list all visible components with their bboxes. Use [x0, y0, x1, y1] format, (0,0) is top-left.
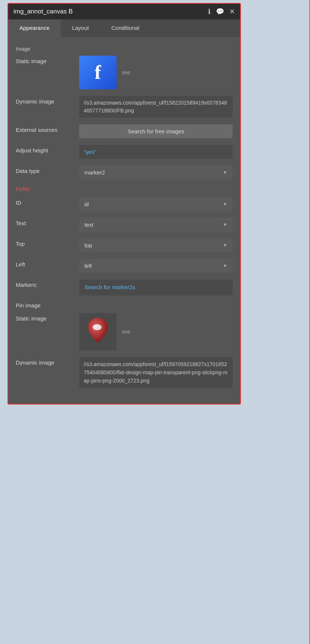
map-pin-svg: [85, 317, 111, 347]
top-row: Top top ▼: [16, 238, 233, 252]
markers-row: Markers: Search for marker2s: [16, 279, 233, 295]
adjust-height-value: "yes": [79, 145, 233, 159]
tabs-row: Appearance Layout Conditional: [8, 19, 240, 37]
close-icon[interactable]: ✕: [229, 7, 235, 16]
tab-layout[interactable]: Layout: [61, 19, 100, 37]
text-label: Text: [16, 218, 79, 226]
pin-static-image-value: see: [79, 313, 233, 350]
left-arrow: ▼: [223, 263, 227, 269]
pin-dynamic-image-box[interactable]: //s3.amazonaws.com/appforest_uf/f1597059…: [79, 357, 233, 388]
data-type-row: Data type marker2 ▼: [16, 165, 233, 179]
dynamic-image-row: Dynamic image //s3.amazonaws.com/appfore…: [16, 96, 233, 118]
id-dropdown[interactable]: id ▼: [79, 197, 233, 211]
static-image-label: Static image: [16, 56, 79, 64]
id-value: id ▼: [79, 197, 233, 211]
top-label: Top: [16, 238, 79, 247]
top-value: top ▼: [79, 238, 233, 252]
comment-icon[interactable]: 💬: [216, 7, 224, 16]
title-bar-icons: ℹ 💬 ✕: [208, 7, 235, 16]
static-image-value: f see: [79, 56, 233, 89]
data-type-dropdown[interactable]: marker2 ▼: [79, 165, 233, 179]
text-value: text ▼: [79, 218, 233, 232]
id-label: ID: [16, 197, 79, 206]
pin-dynamic-image-value: //s3.amazonaws.com/appforest_uf/f1597059…: [79, 357, 233, 388]
pin-image-thumbnail[interactable]: [79, 313, 117, 350]
top-arrow: ▼: [223, 242, 227, 248]
dynamic-image-label: Dynamic image: [16, 96, 79, 105]
facebook-icon: f: [94, 63, 101, 82]
pin-dynamic-image-row: Dynamic image //s3.amazonaws.com/appfore…: [16, 357, 233, 388]
data-type-value: marker2 ▼: [79, 165, 233, 179]
fb-image-thumbnail[interactable]: f: [79, 56, 117, 89]
pin-static-image-display: see: [79, 313, 233, 350]
left-label: Left: [16, 259, 79, 267]
static-image-row: Static image f see: [16, 56, 233, 89]
left-row: Left left ▼: [16, 259, 233, 273]
see-static-image-link[interactable]: see: [122, 69, 130, 75]
search-markers-box[interactable]: Search for marker2s: [79, 279, 233, 295]
svg-point-0: [93, 324, 102, 330]
adjust-height-field[interactable]: "yes": [79, 145, 233, 159]
search-free-images-button[interactable]: Search for free images: [79, 124, 233, 138]
markers-value: Search for marker2s: [79, 279, 233, 295]
external-sources-value: Search for free images: [79, 124, 233, 138]
left-value: left ▼: [79, 259, 233, 273]
pin-dynamic-image-label: Dynamic image: [16, 357, 79, 366]
search-marker2s-link[interactable]: Search for marker2s: [84, 284, 135, 290]
pin-see-link[interactable]: see: [122, 329, 130, 335]
left-dropdown[interactable]: left ▼: [79, 259, 233, 273]
id-row: ID id ▼: [16, 197, 233, 211]
adjust-height-label: Adjust height: [16, 145, 79, 154]
top-dropdown[interactable]: top ▼: [79, 238, 233, 252]
text-row: Text text ▼: [16, 218, 233, 232]
text-dropdown[interactable]: text ▼: [79, 218, 233, 232]
info-icon[interactable]: ℹ: [208, 7, 211, 16]
title-bar: img_annot_canvas B ℹ 💬 ✕: [8, 4, 240, 19]
id-arrow: ▼: [223, 201, 227, 207]
main-panel: img_annot_canvas B ℹ 💬 ✕ Appearance Layo…: [7, 3, 241, 405]
adjust-height-row: Adjust height "yes": [16, 145, 233, 159]
dynamic-image-value: //s3.amazonaws.com/appforest_uf/f1582201…: [79, 96, 233, 118]
data-type-label: Data type: [16, 165, 79, 174]
pin-static-image-row: Static image: [16, 313, 233, 350]
content-area: Image Static image f see Dynamic image /…: [8, 37, 240, 404]
external-sources-row: External sources Search for free images: [16, 124, 233, 138]
panel-title: img_annot_canvas B: [13, 8, 73, 15]
external-sources-label: External sources: [16, 124, 79, 133]
tab-appearance[interactable]: Appearance: [8, 19, 61, 37]
data-type-arrow: ▼: [223, 170, 227, 175]
text-arrow: ▼: [223, 222, 227, 227]
pin-static-image-label: Static image: [16, 313, 79, 322]
tab-conditional[interactable]: Conditional: [100, 19, 151, 37]
fields-label: Fields:: [16, 186, 233, 192]
pin-image-section-label: Pin image: [16, 302, 233, 309]
svg-point-1: [94, 325, 98, 328]
static-image-display: f see: [79, 56, 233, 89]
markers-label: Markers:: [16, 279, 79, 288]
dynamic-image-box[interactable]: //s3.amazonaws.com/appforest_uf/f1582201…: [79, 96, 233, 118]
image-section-label: Image: [16, 46, 233, 52]
